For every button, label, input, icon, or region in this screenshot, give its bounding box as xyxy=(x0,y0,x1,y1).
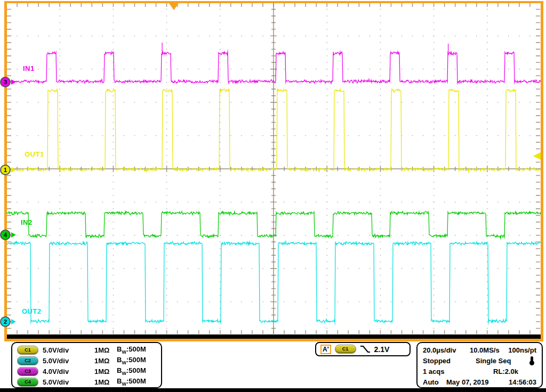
c3-scale: 4.0V/div xyxy=(43,368,94,375)
c4-scale: 5.0V/div xyxy=(43,378,94,386)
channel-2-arrow-icon xyxy=(11,319,16,324)
c1-bandwidth: BW:500M xyxy=(117,345,146,355)
single-seq-indicator-icon xyxy=(529,356,534,365)
c2-badge[interactable]: C2 xyxy=(17,356,38,365)
trigger-readout-box[interactable]: A' C1 2.1V xyxy=(315,342,411,356)
horizontal-readout-box[interactable]: 20.0µs/div 10.0MS/s 100ns/pt Stopped Sin… xyxy=(416,342,543,388)
channel-1-readout-row[interactable]: C1 5.0V/div 1MΩ BW:500M xyxy=(12,345,161,355)
resolution-value: 100ns/pt xyxy=(508,346,536,354)
readout-bar: C1 5.0V/div 1MΩ BW:500M C2 5.0V/div 1MΩ … xyxy=(0,341,546,392)
channel-1-arrow-icon xyxy=(11,167,16,173)
timebase-value: 20.0µs/div xyxy=(423,346,470,354)
acquisition-status-row: Stopped Single Seq xyxy=(417,355,542,366)
channel-1-badge: 1 xyxy=(0,165,11,175)
trace-label-out1: OUT1 xyxy=(25,150,44,158)
channel-4-badge: 4 xyxy=(0,230,11,240)
bottom-black-bar xyxy=(0,388,546,392)
trace-label-out2: OUT2 xyxy=(22,307,42,315)
trigger-mode: Auto xyxy=(423,378,446,386)
c4-impedance: 1MΩ xyxy=(94,378,117,386)
graticule-waveform-canvas xyxy=(0,0,546,344)
trigger-position-icon[interactable] xyxy=(169,3,179,10)
c3-badge[interactable]: C3 xyxy=(17,367,38,376)
channel-3-badge: 3 xyxy=(0,77,11,87)
oscilloscope-display: IN1 OUT1 IN2 OUT2 3 1 4 2 xyxy=(0,0,546,344)
trigger-level-icon[interactable] xyxy=(533,152,541,160)
channel-readout-box[interactable]: C1 5.0V/div 1MΩ BW:500M C2 5.0V/div 1MΩ … xyxy=(11,342,162,388)
channel-2-position-marker[interactable]: 2 xyxy=(0,316,16,327)
acquisition-mode: Single Seq xyxy=(476,357,511,365)
c4-bandwidth: BW:500M xyxy=(117,377,146,387)
c1-badge[interactable]: C1 xyxy=(17,346,38,355)
date-value: May 07, 2019 xyxy=(446,378,489,386)
c1-scale: 5.0V/div xyxy=(43,346,94,354)
channel-2-readout-row[interactable]: C2 5.0V/div 1MΩ BW:500M xyxy=(12,355,161,366)
falling-edge-icon xyxy=(360,345,371,354)
datetime-row: Auto May 07, 2019 14:56:03 xyxy=(417,377,542,387)
c2-bandwidth: BW:500M xyxy=(117,356,146,365)
channel-3-readout-row[interactable]: C3 4.0V/div 1MΩ BW:500M xyxy=(12,366,161,377)
trace-label-in1: IN1 xyxy=(23,64,35,72)
c3-impedance: 1MΩ xyxy=(94,368,117,375)
channel-4-readout-row[interactable]: C4 5.0V/div 1MΩ BW:500M xyxy=(12,377,161,387)
channel-4-position-marker[interactable]: 4 xyxy=(0,230,16,240)
trigger-a-label: A' xyxy=(320,345,331,354)
channel-3-arrow-icon xyxy=(11,79,16,85)
acquisition-count: 1 acqs xyxy=(423,368,493,375)
acquisition-status: Stopped xyxy=(423,357,476,365)
channel-3-position-marker[interactable]: 3 xyxy=(0,77,16,87)
time-value: 14:56:03 xyxy=(509,378,536,386)
sample-rate-value: 10.0MS/s xyxy=(470,346,500,354)
trace-label-in2: IN2 xyxy=(21,218,33,226)
channel-2-badge: 2 xyxy=(0,316,11,327)
record-length: RL:2.0k xyxy=(493,368,518,375)
acquisition-count-row: 1 acqs RL:2.0k xyxy=(417,366,542,377)
c2-scale: 5.0V/div xyxy=(43,357,94,365)
channel-4-arrow-icon xyxy=(11,232,16,238)
c3-bandwidth: BW:500M xyxy=(117,366,146,376)
trigger-level-value: 2.1V xyxy=(374,345,390,354)
timebase-row: 20.0µs/div 10.0MS/s 100ns/pt xyxy=(417,345,542,355)
channel-1-position-marker[interactable]: 1 xyxy=(0,165,16,175)
c1-impedance: 1MΩ xyxy=(94,346,117,354)
c4-badge[interactable]: C4 xyxy=(17,378,38,387)
c2-impedance: 1MΩ xyxy=(94,357,117,365)
trigger-source-badge[interactable]: C1 xyxy=(335,345,356,354)
